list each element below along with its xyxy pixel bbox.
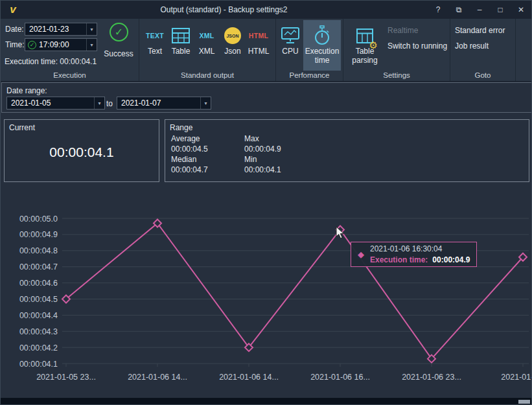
- group-label-goto: Goto: [450, 71, 515, 79]
- date-select[interactable]: 2021-01-23 ▾: [25, 23, 97, 36]
- cpu-button[interactable]: CPU: [277, 20, 303, 71]
- svg-text:2021-01-06 16...: 2021-01-06 16...: [310, 373, 370, 382]
- chevron-down-icon[interactable]: ▾: [86, 23, 97, 35]
- json-icon: JSON: [224, 27, 241, 44]
- execution-time-button[interactable]: Execution time: [303, 20, 341, 71]
- output-json-label: Json: [224, 47, 240, 56]
- current-value: 00:00:04.1: [5, 145, 159, 160]
- output-xml-label: XML: [199, 47, 215, 56]
- output-table-label: Table: [172, 47, 191, 56]
- output-html-label: HTML: [248, 47, 270, 56]
- output-json-button[interactable]: JSON Json: [220, 20, 246, 71]
- current-title: Current: [9, 123, 35, 132]
- bottom-scrollbar[interactable]: [1, 398, 532, 405]
- svg-text:2021-01-05 23...: 2021-01-05 23...: [36, 373, 96, 382]
- gear-icon: ⚙: [369, 40, 378, 50]
- max-value: 00:00:04.9: [244, 145, 281, 155]
- date-range-from-value: 2021-01-05: [7, 98, 94, 108]
- output-text-label: Text: [148, 47, 162, 56]
- help-button[interactable]: ?: [428, 1, 448, 19]
- date-value: 2021-01-23: [25, 25, 86, 34]
- app-window: v Output (standard) - Backup settings2 ?…: [0, 0, 532, 405]
- svg-text:2021-01-0...: 2021-01-0...: [501, 373, 532, 382]
- time-label: Time:: [5, 40, 25, 49]
- date-range-to-value: 2021-01-07: [117, 98, 200, 108]
- min-stat: Min 00:00:04.1: [244, 155, 281, 175]
- table-icon: [171, 25, 191, 47]
- success-icon: ✓: [110, 23, 128, 41]
- job-result-button[interactable]: Job result: [455, 41, 489, 51]
- table-parsing-button[interactable]: ⚙ Table parsing: [347, 20, 382, 71]
- date-range-from-select[interactable]: 2021-01-05 ▾: [6, 97, 105, 110]
- window-title: Output (standard) - Backup settings2: [20, 5, 428, 14]
- max-label: Max: [244, 134, 281, 145]
- text-format-icon: TEXT: [146, 32, 164, 40]
- group-label-standard-output: Standard output: [139, 71, 275, 79]
- cpu-monitor-icon: [280, 25, 301, 47]
- group-label-performance: Perfomance: [276, 71, 343, 79]
- time-select[interactable]: ✓ 17:09:00 ▾: [25, 38, 97, 51]
- tooltip-datetime: 2021-01-06 16:30:04: [370, 244, 470, 253]
- cpu-label: CPU: [282, 47, 298, 56]
- svg-text:00:00:05.0: 00:00:05.0: [19, 214, 58, 224]
- svg-text:00:00:04.4: 00:00:04.4: [19, 311, 58, 320]
- standard-error-button[interactable]: Standard error: [455, 26, 505, 35]
- execution-time-text: Execution time: 00:00:04.1: [5, 57, 97, 66]
- svg-text:00:00:04.3: 00:00:04.3: [19, 327, 58, 336]
- close-button[interactable]: ✕: [511, 1, 531, 19]
- min-label: Min: [244, 155, 281, 165]
- chevron-down-icon[interactable]: ▾: [200, 97, 211, 109]
- date-label: Date:: [5, 25, 24, 34]
- svg-text:00:00:04.9: 00:00:04.9: [19, 230, 58, 239]
- chevron-down-icon[interactable]: ▾: [94, 97, 104, 109]
- average-value: 00:00:04.5: [171, 145, 208, 155]
- ribbon-group-performance: CPU Execution time Perfomance: [276, 19, 343, 81]
- chevron-down-icon[interactable]: ▾: [86, 39, 97, 51]
- min-value: 00:00:04.1: [244, 165, 281, 176]
- table-parsing-icon: ⚙: [356, 25, 374, 47]
- window-controls: ? ⧉ – □ ✕: [428, 1, 531, 19]
- switch-to-running-button[interactable]: Switch to running: [387, 41, 447, 51]
- mouse-cursor-icon: [336, 226, 347, 242]
- output-xml-button[interactable]: XML XML: [194, 20, 220, 71]
- execution-time-button-label: Execution time: [303, 47, 341, 65]
- xml-icon: XML: [199, 32, 214, 40]
- stopwatch-icon: [312, 25, 332, 47]
- time-value: 17:09:00: [36, 40, 86, 49]
- date-range-panel: Date range: 2021-01-05 ▾ to 2021-01-07 ▾: [1, 82, 532, 113]
- maximize-button[interactable]: □: [490, 1, 511, 19]
- median-label: Median: [171, 155, 208, 165]
- range-panel: Range Average 00:00:04.5 Max 00:00:04.9 …: [165, 119, 529, 182]
- app-logo-icon: v: [5, 3, 21, 17]
- check-circle-icon: ✓: [28, 41, 36, 49]
- html-icon: HTML: [249, 32, 268, 40]
- current-panel: Current 00:00:04.1: [4, 119, 159, 182]
- svg-text:00:00:04.8: 00:00:04.8: [19, 246, 58, 255]
- popup-window-icon[interactable]: ⧉: [448, 1, 469, 19]
- output-text-button[interactable]: TEXT Text: [142, 20, 168, 71]
- execution-time-chart[interactable]: 00:00:05.000:00:04.900:00:04.800:00:04.7…: [1, 184, 532, 398]
- ribbon-group-settings: ⚙ Table parsing Realtime Switch to runni…: [343, 19, 450, 81]
- minimize-button[interactable]: –: [469, 1, 490, 19]
- median-value: 00:00:04.7: [171, 165, 208, 176]
- date-range-to-select[interactable]: 2021-01-07 ▾: [117, 97, 211, 110]
- average-stat: Average 00:00:04.5: [171, 134, 208, 154]
- output-html-button[interactable]: HTML HTML: [246, 20, 272, 71]
- chart-tooltip: ◆ 2021-01-06 16:30:04 Execution time:00:…: [351, 242, 477, 267]
- svg-text:00:00:04.2: 00:00:04.2: [19, 343, 58, 353]
- svg-text:00:00:04.1: 00:00:04.1: [19, 360, 58, 369]
- output-table-button[interactable]: Table: [168, 20, 194, 71]
- title-bar: v Output (standard) - Backup settings2 ?…: [1, 1, 531, 19]
- realtime-button: Realtime: [387, 26, 418, 35]
- svg-text:2021-01-06 14...: 2021-01-06 14...: [219, 373, 279, 382]
- median-stat: Median 00:00:04.7: [171, 155, 208, 175]
- svg-text:00:00:04.7: 00:00:04.7: [19, 262, 58, 272]
- ribbon-group-goto: Standard error Job result Goto: [450, 19, 516, 81]
- group-label-execution: Execution: [1, 71, 139, 79]
- svg-text:00:00:04.5: 00:00:04.5: [19, 295, 58, 304]
- ribbon: Date: 2021-01-23 ▾ Time: ✓ 17:09:00 ▾ Ex…: [1, 19, 531, 82]
- scrollbar-thumb[interactable]: [518, 400, 530, 404]
- ribbon-group-standard-output: TEXT Text Table XML XML JSON Json: [139, 19, 276, 81]
- average-label: Average: [171, 134, 208, 145]
- series-marker-icon: ◆: [358, 249, 364, 259]
